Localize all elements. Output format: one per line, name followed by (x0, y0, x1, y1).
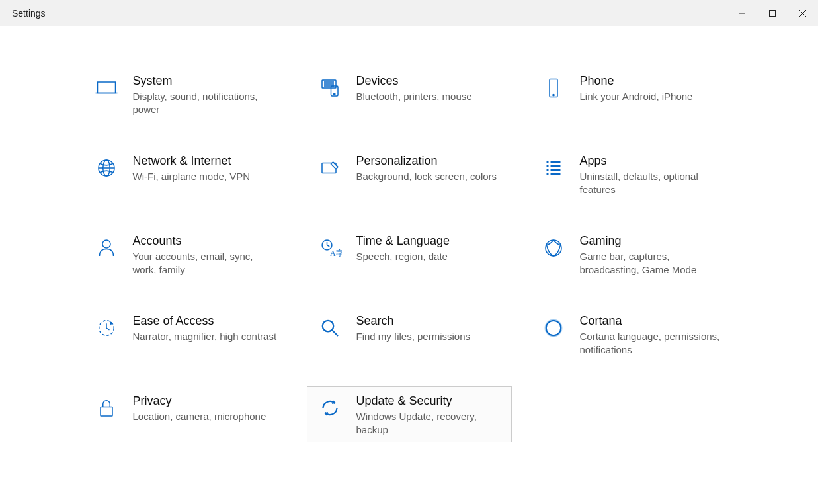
category-desc: Windows Update, recovery, backup (356, 410, 502, 437)
category-tile-apps[interactable]: AppsUninstall, defaults, optional featur… (530, 146, 735, 202)
category-tile-update-security[interactable]: Update & SecurityWindows Update, recover… (307, 386, 512, 442)
category-desc: Uninstall, defaults, optional features (580, 170, 725, 196)
category-title: Cortana (580, 314, 725, 328)
category-title: Update & Security (356, 394, 502, 408)
category-title: Privacy (133, 394, 266, 408)
category-title: Search (356, 314, 471, 328)
window-caption-buttons (727, 0, 818, 26)
category-desc: Your accounts, email, sync, work, family (133, 250, 278, 276)
category-title: Gaming (580, 233, 725, 248)
svg-rect-1 (770, 11, 776, 17)
category-tile-accounts[interactable]: AccountsYour accounts, email, sync, work… (83, 226, 288, 282)
cortana-icon (538, 312, 569, 344)
devices-icon (314, 72, 346, 104)
titlebar: Settings (0, 0, 818, 26)
category-title: Devices (356, 73, 472, 88)
category-tile-ease-of-access[interactable]: Ease of AccessNarrator, magnifier, high … (83, 306, 288, 362)
category-desc: Speech, region, date (356, 250, 450, 263)
gaming-icon (538, 232, 569, 264)
svg-point-32 (546, 240, 561, 256)
svg-point-36 (546, 321, 561, 336)
close-button[interactable] (788, 0, 818, 26)
category-title: Personalization (356, 153, 497, 168)
category-desc: Location, camera, microphone (133, 410, 266, 423)
accounts-icon (91, 232, 122, 264)
category-title: Network & Internet (133, 153, 251, 168)
svg-text:A字: A字 (330, 249, 342, 258)
svg-point-34 (322, 321, 333, 332)
category-title: System (133, 73, 278, 88)
category-title: Ease of Access (133, 314, 277, 328)
category-tile-cortana[interactable]: CortanaCortana language, permissions, no… (530, 306, 735, 362)
category-tile-personalization[interactable]: PersonalizationBackground, lock screen, … (307, 146, 512, 202)
apps-icon (538, 152, 569, 184)
category-title: Time & Language (356, 233, 450, 248)
personalization-icon (314, 152, 346, 184)
category-desc: Display, sound, notifications, power (133, 90, 278, 116)
svg-line-30 (327, 245, 329, 247)
svg-point-11 (333, 93, 335, 95)
category-desc: Find my files, permissions (356, 330, 471, 343)
search-icon (314, 312, 346, 344)
privacy-icon (91, 392, 122, 424)
category-tile-phone[interactable]: PhoneLink your Android, iPhone (530, 66, 735, 122)
category-tile-search[interactable]: SearchFind my files, permissions (307, 306, 512, 362)
svg-rect-4 (97, 82, 115, 93)
system-icon (91, 72, 122, 104)
category-title: Apps (580, 153, 725, 168)
close-icon (799, 9, 807, 17)
time-language-icon: A字 (314, 232, 346, 264)
category-desc: Background, lock screen, colors (356, 170, 497, 183)
category-desc: Bluetooth, printers, mouse (356, 90, 472, 103)
minimize-icon (738, 9, 746, 17)
category-tile-devices[interactable]: DevicesBluetooth, printers, mouse (307, 66, 512, 122)
maximize-icon (768, 9, 776, 17)
svg-line-35 (332, 330, 338, 336)
update-security-icon (314, 392, 346, 424)
svg-rect-38 (101, 407, 112, 417)
category-desc: Link your Android, iPhone (580, 90, 693, 103)
minimize-button[interactable] (727, 0, 757, 26)
category-desc: Wi-Fi, airplane mode, VPN (133, 170, 251, 183)
category-tile-privacy[interactable]: PrivacyLocation, camera, microphone (83, 386, 288, 442)
svg-point-37 (545, 319, 562, 337)
category-tile-gaming[interactable]: GamingGame bar, captures, broadcasting, … (530, 226, 735, 282)
category-tile-time-language[interactable]: A字Time & LanguageSpeech, region, date (307, 226, 512, 282)
category-desc: Narrator, magnifier, high contrast (133, 330, 277, 343)
network-icon (91, 152, 122, 184)
svg-point-27 (102, 240, 110, 248)
category-tile-system[interactable]: SystemDisplay, sound, notifications, pow… (83, 66, 288, 122)
category-title: Phone (580, 73, 693, 88)
category-title: Accounts (133, 233, 278, 248)
window-title: Settings (12, 8, 46, 19)
category-desc: Game bar, captures, broadcasting, Game M… (580, 250, 725, 276)
svg-point-13 (552, 94, 553, 95)
category-tile-network[interactable]: Network & InternetWi-Fi, airplane mode, … (83, 146, 288, 202)
category-desc: Cortana language, permissions, notificat… (580, 330, 725, 357)
ease-of-access-icon (91, 312, 122, 344)
phone-icon (538, 72, 569, 104)
maximize-button[interactable] (757, 0, 788, 26)
settings-category-grid: SystemDisplay, sound, notifications, pow… (52, 66, 766, 482)
